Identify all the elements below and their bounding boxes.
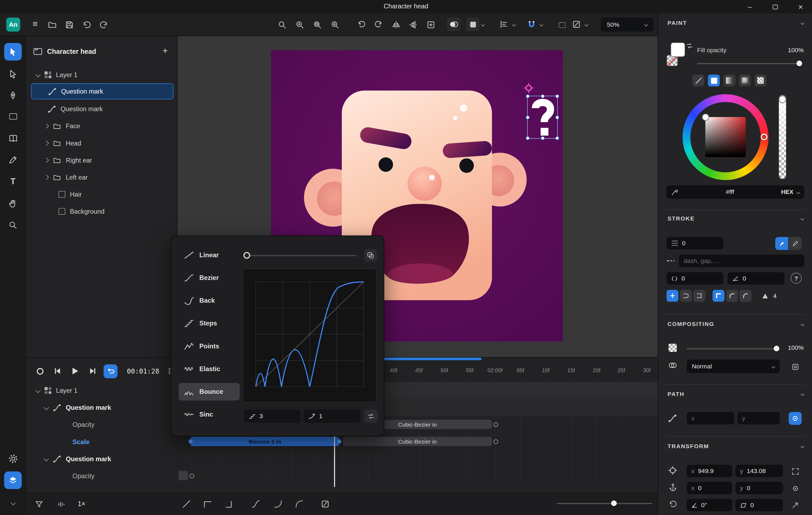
- expand-chevron-icon[interactable]: [44, 158, 49, 163]
- audio-button[interactable]: [54, 497, 68, 511]
- cap-butt-button[interactable]: [666, 290, 678, 302]
- expand-chevron-icon[interactable]: [44, 175, 49, 180]
- timeline-row-layer1[interactable]: Layer 1: [26, 382, 178, 399]
- path-x-input[interactable]: [687, 412, 734, 424]
- undo-button[interactable]: [80, 18, 93, 32]
- selection-handle[interactable]: [541, 136, 544, 140]
- hex-mode-dropdown[interactable]: HEX: [781, 189, 800, 195]
- measure-button[interactable]: [570, 18, 583, 31]
- library-tool-button[interactable]: [4, 129, 22, 147]
- path-target-button[interactable]: [789, 412, 802, 425]
- compositing-opacity-slider[interactable]: [687, 349, 777, 350]
- easing-swap-button[interactable]: [364, 409, 378, 423]
- redo-button[interactable]: [97, 18, 111, 32]
- selection-handle[interactable]: [526, 94, 529, 98]
- app-logo[interactable]: An: [6, 18, 20, 32]
- path-collapse-chevron[interactable]: [801, 392, 805, 396]
- ease-preset-ease-in-button[interactable]: [271, 497, 285, 511]
- keyframe-dot[interactable]: [188, 439, 193, 443]
- easing-option-sinc[interactable]: Sinc: [179, 406, 240, 423]
- minimize-button[interactable]: –: [744, 0, 755, 13]
- align-dropdown-chevron[interactable]: [512, 23, 516, 26]
- record-button[interactable]: [33, 364, 47, 378]
- stroke-collapse-chevron[interactable]: [801, 217, 805, 220]
- shape-tool-button[interactable]: [4, 108, 22, 125]
- eyedropper-icon[interactable]: [671, 188, 679, 196]
- select-tool-button[interactable]: [4, 43, 22, 61]
- anchor-target-button[interactable]: [789, 482, 802, 495]
- text-tool-button[interactable]: T: [4, 173, 22, 190]
- transform-reset-button[interactable]: [789, 499, 802, 512]
- keyframe-marker[interactable]: [190, 474, 194, 478]
- anchor-x-input[interactable]: x 0: [687, 482, 732, 494]
- anchor-y-input[interactable]: y 0: [735, 482, 783, 494]
- swap-fill-stroke-icon[interactable]: [686, 42, 693, 49]
- snap-dropdown-chevron[interactable]: [540, 23, 544, 26]
- stroke-offset-input[interactable]: 0: [666, 272, 723, 284]
- rotation-input[interactable]: 0°: [687, 499, 732, 511]
- timeline-row-question-mark-1[interactable]: Question mark: [26, 399, 178, 416]
- easing-option-points[interactable]: Points: [179, 337, 240, 355]
- paint-radial-gradient-button[interactable]: [739, 74, 751, 87]
- preview-scale[interactable]: 1×: [78, 500, 85, 508]
- snap-magnet-button[interactable]: [525, 18, 538, 31]
- ease-preset-linear-button[interactable]: [180, 497, 193, 511]
- collapse-chevron-icon[interactable]: [35, 72, 40, 78]
- easing-mix-knob[interactable]: [243, 252, 250, 259]
- timeline-zoom-slider[interactable]: [557, 503, 652, 504]
- collapse-chevron-icon[interactable]: [44, 405, 49, 410]
- timeline-row-opacity-2[interactable]: Opacity: [26, 467, 178, 484]
- ease-preset-hold-button[interactable]: [201, 497, 214, 511]
- keyframe-marker[interactable]: [493, 439, 498, 444]
- easing-option-linear[interactable]: Linear: [179, 246, 240, 264]
- paint-solid-button[interactable]: [708, 74, 720, 87]
- measure-dropdown-chevron[interactable]: [585, 23, 588, 26]
- paint-none-button[interactable]: [692, 74, 704, 87]
- cap-round-button[interactable]: [680, 290, 692, 302]
- marquee-button[interactable]: [555, 18, 569, 32]
- easing-option-steps[interactable]: Steps: [179, 314, 240, 332]
- miter-limit-value[interactable]: 4: [773, 292, 777, 299]
- save-button[interactable]: [63, 18, 76, 32]
- layer-row-left-ear[interactable]: Left ear: [26, 169, 178, 186]
- stroke-paint-button[interactable]: [775, 237, 788, 250]
- zoom-tool-rail-button[interactable]: [4, 216, 22, 234]
- rail-more-button[interactable]: [4, 495, 22, 510]
- paint-section-header[interactable]: PAINT: [667, 20, 804, 26]
- easing-mix-slider[interactable]: [246, 255, 357, 256]
- layer-row-hair[interactable]: Hair: [26, 186, 178, 203]
- anchor-point-indicator[interactable]: [523, 83, 534, 93]
- bounce-period-input[interactable]: 1: [303, 409, 360, 423]
- zoom-fit-button[interactable]: [328, 18, 342, 32]
- add-layer-button[interactable]: +: [160, 46, 171, 57]
- layer-row-right-ear[interactable]: Right ear: [26, 152, 178, 169]
- selection-handle[interactable]: [541, 94, 544, 98]
- flip-vertical-button[interactable]: [407, 18, 420, 32]
- fill-stroke-swatches[interactable]: [666, 42, 692, 68]
- timeline-row-question-mark-2[interactable]: Question mark: [26, 450, 178, 467]
- collapse-chevron-icon[interactable]: [44, 456, 49, 461]
- main-menu-button[interactable]: ≡: [29, 18, 41, 31]
- alpha-knob[interactable]: [779, 96, 785, 102]
- saturation-knob[interactable]: [703, 114, 708, 120]
- layers-panel-button[interactable]: [4, 472, 22, 489]
- stroke-width-input[interactable]: 0: [666, 237, 723, 249]
- selection-handle[interactable]: [526, 136, 529, 140]
- alpha-slider[interactable]: [779, 95, 786, 179]
- timeline-zoom-knob[interactable]: [611, 501, 617, 506]
- timeline-row-scale[interactable]: Scale: [26, 433, 178, 450]
- hand-tool-button[interactable]: [4, 194, 22, 212]
- position-x-input[interactable]: x 949.9: [687, 465, 732, 477]
- timeline-row-opacity-1[interactable]: Opacity: [26, 416, 178, 433]
- easing-option-back[interactable]: Back: [179, 292, 240, 309]
- easing-option-elastic[interactable]: Elastic: [179, 360, 240, 378]
- layer-row-background[interactable]: Background: [26, 203, 178, 220]
- join-round-button[interactable]: [726, 290, 738, 302]
- ease-preset-scurve-button[interactable]: [249, 497, 263, 511]
- paint-pattern-button[interactable]: [755, 74, 766, 87]
- rotate-cw-button[interactable]: [372, 18, 385, 32]
- fill-opacity-slider[interactable]: [697, 63, 801, 64]
- ease-preset-ease-out-button[interactable]: [293, 497, 306, 511]
- stroke-secondary-input[interactable]: 0: [728, 272, 784, 284]
- layer-row-question-mark-selected[interactable]: Question mark: [31, 83, 174, 99]
